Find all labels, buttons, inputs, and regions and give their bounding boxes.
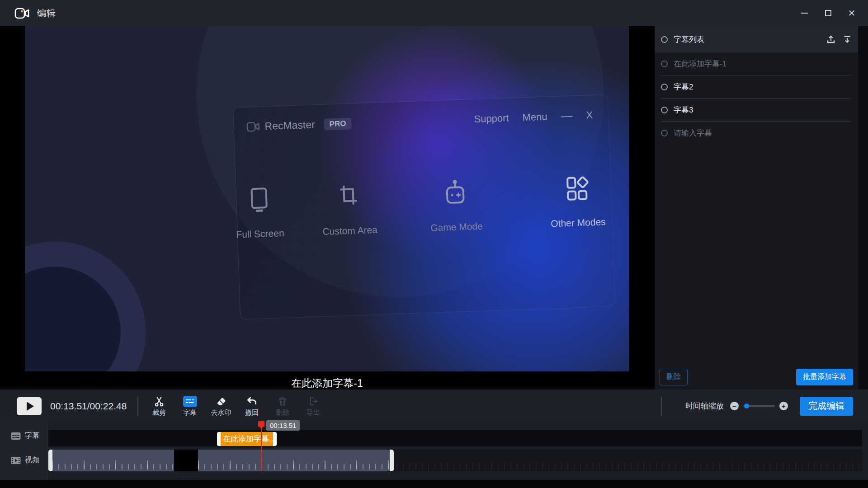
mode-custom-area: Custom Area xyxy=(303,181,395,238)
subtitle-item-radio[interactable] xyxy=(661,130,668,136)
game-mode-icon xyxy=(441,179,469,208)
subtitle-icon xyxy=(183,396,197,407)
delete-subtitle-button[interactable]: 删除 xyxy=(660,369,688,385)
finish-editing-button[interactable]: 完成编辑 xyxy=(800,397,853,416)
scissors-icon xyxy=(153,395,165,407)
subtitle-item-2[interactable]: 字幕2 xyxy=(655,75,868,98)
video-preview-area: RecMaster PRO Support Menu — X Full Scre… xyxy=(0,26,655,389)
zoom-out-button[interactable]: − xyxy=(730,402,739,410)
subtitle-sidebar: 字幕列表 在此添加字幕-1 字幕2 字幕3 请输入字幕 删除 批量添加字幕 xyxy=(655,26,868,389)
close-icon: ✕ xyxy=(848,9,856,18)
video-track-icon xyxy=(11,456,21,465)
timeline-zoom-slider[interactable] xyxy=(743,405,775,407)
recorded-support-link: Support xyxy=(474,112,509,125)
recorded-window-menu: Support Menu — X xyxy=(474,108,593,126)
subtitle-track-icon xyxy=(11,432,21,440)
subtitle-item-radio[interactable] xyxy=(661,107,668,113)
tool-export[interactable]: 导出 xyxy=(303,395,323,417)
window-title: 编辑 xyxy=(37,7,56,19)
time-display: 00:13.51/00:22.48 xyxy=(50,401,127,412)
subtitle-overlay-text: 在此添加字幕-1 xyxy=(25,376,629,389)
video-cut-gap xyxy=(174,450,198,471)
custom-area-icon xyxy=(335,183,363,211)
subtitle-item-3[interactable]: 字幕3 xyxy=(655,99,868,121)
subtitle-item-4[interactable]: 请输入字幕 xyxy=(655,122,868,144)
recorded-menu-link: Menu xyxy=(522,111,547,123)
titlebar: 编辑 ✕ xyxy=(0,0,868,26)
clip-trim-handle-left[interactable] xyxy=(217,432,221,446)
divider xyxy=(661,397,662,416)
video-track-label: 视频 xyxy=(11,455,39,465)
zoom-in-button[interactable]: + xyxy=(779,402,788,410)
video-track[interactable] xyxy=(48,450,862,471)
minimize-icon xyxy=(801,13,808,14)
full-screen-icon xyxy=(245,186,273,215)
subtitle-list-header: 字幕列表 xyxy=(655,26,868,52)
undo-icon xyxy=(246,395,258,407)
subtitle-clip[interactable]: 在此添加字幕.. xyxy=(217,432,277,446)
video-trim-handle-left[interactable] xyxy=(48,450,52,471)
pro-badge: PRO xyxy=(324,117,352,130)
play-icon xyxy=(27,402,34,411)
video-trim-handle-right[interactable] xyxy=(390,450,394,471)
playhead-line[interactable] xyxy=(261,427,262,471)
timeline: 字幕 视频 在此添加字幕.. 00:13.51 xyxy=(0,422,868,480)
timeline-zoom-label: 时间轴缩放 xyxy=(685,401,724,411)
minimize-button[interactable] xyxy=(795,4,815,23)
recmaster-brand-text: RecMaster xyxy=(264,118,315,132)
close-button[interactable]: ✕ xyxy=(842,4,862,23)
recorded-close-glyph: X xyxy=(586,109,593,121)
trash-icon xyxy=(277,396,288,407)
subtitle-item-radio[interactable] xyxy=(661,61,668,67)
play-button[interactable] xyxy=(17,397,42,415)
maximize-button[interactable] xyxy=(818,4,838,23)
video-clip-segment-2[interactable] xyxy=(198,450,390,471)
export-subtitle-icon[interactable] xyxy=(826,35,835,44)
tool-crop[interactable]: 裁剪 xyxy=(149,395,169,417)
mode-other-modes: Other Modes xyxy=(531,174,623,230)
tool-subtitle[interactable]: 字幕 xyxy=(180,395,200,417)
recorded-brand: RecMaster PRO xyxy=(246,117,352,133)
subtitle-item-radio[interactable] xyxy=(661,84,668,90)
video-frame[interactable]: RecMaster PRO Support Menu — X Full Scre… xyxy=(25,26,629,371)
subtitle-list-title: 字幕列表 xyxy=(674,34,704,45)
batch-add-subtitle-button[interactable]: 批量添加字幕 xyxy=(796,369,853,385)
recorded-minimize-glyph: — xyxy=(561,108,573,123)
recorded-app-window: RecMaster PRO Support Menu — X Full Scre… xyxy=(233,94,615,320)
export-icon xyxy=(308,396,319,407)
record-modes-row: Full Screen Custom Area Game Mode xyxy=(236,174,613,286)
tool-undo[interactable]: 撤回 xyxy=(242,395,262,417)
recmaster-camera-icon xyxy=(246,121,260,132)
tool-delete[interactable]: 删除 xyxy=(273,395,292,417)
subtitle-track[interactable]: 在此添加字幕.. xyxy=(48,430,862,446)
window-controls: ✕ xyxy=(795,4,868,23)
other-modes-icon xyxy=(563,174,591,203)
sidebar-scrollbar-track[interactable] xyxy=(858,26,868,389)
eraser-icon xyxy=(215,395,227,407)
maximize-icon xyxy=(825,10,831,16)
clip-trim-handle-right[interactable] xyxy=(273,432,277,446)
playhead-handle[interactable] xyxy=(258,421,264,427)
edit-toolbar: 00:13.51/00:22.48 裁剪 字幕 去水印 撤回 xyxy=(0,389,868,422)
subtitle-clip-text[interactable]: 在此添加字幕.. xyxy=(221,432,273,446)
video-clip-segment-1[interactable] xyxy=(52,450,174,471)
subtitle-track-label: 字幕 xyxy=(11,431,39,441)
zoom-slider-thumb[interactable] xyxy=(744,404,749,408)
tool-remove-watermark[interactable]: 去水印 xyxy=(211,395,231,417)
playhead-time-badge: 00:13.51 xyxy=(266,420,300,431)
app-logo-camera-icon xyxy=(14,7,30,19)
subtitle-list-radio-icon xyxy=(661,36,668,43)
mode-game-mode: Game Mode xyxy=(410,178,502,234)
subtitle-item-1[interactable]: 在此添加字幕-1 xyxy=(655,52,868,75)
bottom-edge-bar xyxy=(0,480,868,488)
import-subtitle-icon[interactable] xyxy=(843,35,852,44)
mode-full-screen: Full Screen xyxy=(213,184,306,241)
track-label-column: 字幕 视频 xyxy=(0,422,47,480)
divider xyxy=(137,397,138,416)
